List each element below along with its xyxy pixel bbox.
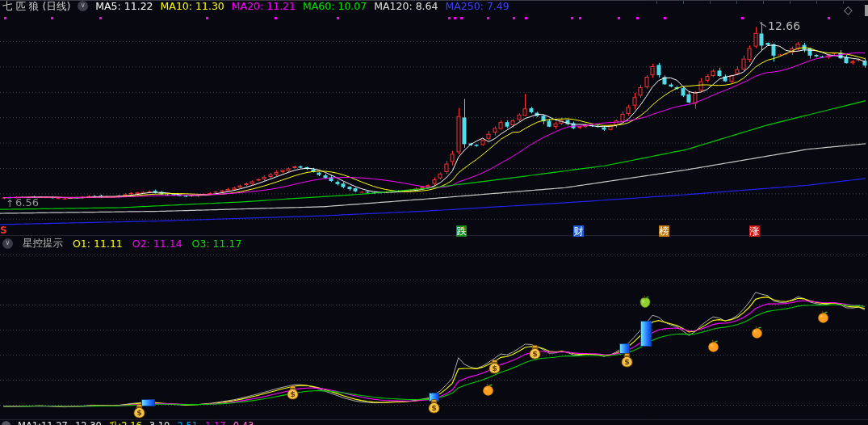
stock-chart-canvas[interactable] [0, 0, 868, 425]
event-badge-cai: 财 [573, 225, 584, 237]
svg-text:$: $ [431, 403, 437, 412]
money-bag-icon: $ [286, 385, 300, 403]
up-arrow-glyph: ↑ [6, 198, 14, 209]
event-badge-die: 跌 [456, 225, 467, 237]
stock-title: 七匹狼(日线) [2, 0, 70, 12]
orange-icon [817, 309, 829, 326]
main-chart-header: 七匹狼(日线) ∨ MA5: 11.22 MA10: 11.30 MA20: 1… [2, 0, 509, 12]
clipped-text-segment: 0.43 [233, 420, 254, 425]
ma10-readout: MA10: 11.30 [161, 0, 224, 12]
blue-signal-bar [640, 321, 652, 347]
svg-text:$: $ [624, 357, 630, 366]
chevron-down-icon [2, 421, 10, 425]
money-bag-icon: $ [132, 403, 146, 422]
orange-icon [751, 325, 763, 342]
chevron-down-icon[interactable]: ∨ [78, 1, 88, 11]
left-edge-signal-glyph: S [0, 225, 7, 236]
money-bag-icon: $ [427, 398, 441, 417]
event-badge-bang: 榜 [659, 225, 669, 237]
orange-icon [482, 382, 494, 399]
money-bag-icon: $ [488, 359, 501, 377]
money-bag-icon: $ [528, 344, 542, 363]
o3-readout: O3: 11.17 [192, 238, 242, 250]
ma60-readout: MA60: 10.07 [303, 0, 367, 12]
clipped-indicator-row: MA1:11.2712.30升:2.163.102.511.170.43 [0, 420, 868, 425]
diamond-icon[interactable]: ◇ [844, 3, 853, 16]
clipped-text-segment: MA1:11.27 [18, 420, 68, 425]
clipped-text-segment: 1.17 [205, 420, 226, 425]
low-price-label: 6.56 [15, 196, 39, 208]
svg-text:$: $ [290, 389, 296, 398]
money-bag-icon: $ [620, 352, 634, 371]
ma250-readout: MA250: 7.49 [446, 0, 509, 12]
ma20-readout: MA20: 11.21 [232, 0, 296, 12]
o1-readout: O1: 11.11 [73, 238, 123, 250]
event-badge-zhang: 涨 [749, 225, 760, 237]
stock-app-window: 七匹狼(日线) ∨ MA5: 11.22 MA10: 11.30 MA20: 1… [0, 0, 868, 425]
indicator-title: 星控提示 [23, 237, 63, 250]
indicator-header: ∨ 星控提示 O1: 11.11 O2: 11.14 O3: 11.17 [2, 237, 241, 250]
panel-toggle-icon[interactable] [865, 5, 868, 16]
period-label: (日线) [43, 0, 71, 12]
chevron-down-icon[interactable]: ∨ [2, 238, 13, 249]
svg-text:$: $ [532, 349, 538, 358]
ma120-readout: MA120: 8.64 [374, 0, 438, 12]
orange-icon [707, 339, 719, 356]
clipped-text-segment: 12.30 [75, 420, 102, 425]
clipped-text-segment: 3.10 [149, 420, 170, 425]
svg-text:$: $ [492, 364, 497, 372]
clipped-text-segment: 2.51 [177, 420, 198, 425]
svg-text:$: $ [136, 408, 142, 417]
clipped-text-segment: 升:2.16 [109, 420, 142, 425]
high-price-label: 12.66 [768, 19, 800, 32]
stock-name: 七匹狼 [2, 0, 43, 12]
ma5-readout: MA5: 11.22 [95, 0, 153, 12]
o2-readout: O2: 11.14 [132, 238, 182, 250]
apple-icon [639, 294, 652, 312]
